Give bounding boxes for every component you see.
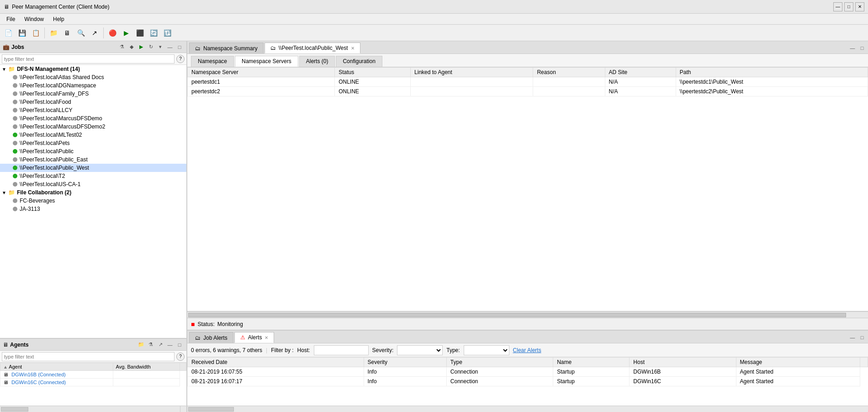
tab-alerts-close[interactable]: ✕ bbox=[265, 335, 268, 340]
tab-job-alerts[interactable]: 🗂 Job Alerts bbox=[189, 332, 233, 343]
jobs-refresh-icon[interactable]: ↻ bbox=[147, 43, 155, 51]
detail-tab-config[interactable]: Configuration bbox=[336, 56, 382, 67]
detail-tab-alerts[interactable]: Alerts (0) bbox=[299, 56, 335, 67]
ns-server-reason bbox=[533, 87, 605, 96]
table-row[interactable]: 🖥 DGWin16C (Connected) bbox=[0, 379, 186, 386]
arrow-button[interactable]: ↗ bbox=[88, 27, 101, 39]
bottom-tab-minimize-icon[interactable]: — bbox=[848, 333, 857, 342]
clear-alerts-button[interactable]: Clear Alerts bbox=[513, 347, 541, 353]
menu-help[interactable]: Help bbox=[48, 15, 69, 23]
ns-servers-table: Namespace Server Status Linked to Agent … bbox=[187, 67, 868, 96]
tree-item-label: JA-3113 bbox=[20, 206, 40, 212]
jobs-minimize-icon[interactable]: — bbox=[166, 43, 174, 51]
agent-button[interactable]: 🖥 bbox=[61, 27, 74, 39]
tree-item-label: \\PeerTest.local\Public_East bbox=[20, 156, 88, 163]
tree-group[interactable]: ▼ 📁 DFS-N Management (14) bbox=[0, 65, 186, 73]
tab-minimize-icon[interactable]: — bbox=[848, 44, 857, 52]
menu-window[interactable]: Window bbox=[20, 15, 48, 23]
agents-arrow-icon[interactable]: ↗ bbox=[156, 341, 164, 349]
list-item[interactable]: \\PeerTest.local\DGNamespace bbox=[0, 81, 186, 90]
agents-filter-help[interactable]: ? bbox=[176, 353, 185, 361]
jobs-filter-help[interactable]: ? bbox=[176, 55, 185, 63]
sync-button[interactable]: 🔃 bbox=[161, 27, 174, 39]
list-item[interactable]: \\PeerTest.local\Public bbox=[0, 147, 186, 155]
ns-server-reason bbox=[533, 77, 605, 87]
alerts-host-input[interactable] bbox=[314, 345, 369, 355]
tab-alerts-icon: ⚠ bbox=[240, 334, 245, 341]
tree-item-label: \\PeerTest.local\LLCY bbox=[20, 107, 72, 113]
agents-filter-icon[interactable]: ⚗ bbox=[147, 341, 155, 349]
list-item[interactable]: \\PeerTest.local\MarcusDFSDemo2 bbox=[0, 123, 186, 131]
jobs-play-icon[interactable]: ▶ bbox=[137, 43, 145, 51]
list-item[interactable]: \\PeerTest.local\T2 bbox=[0, 172, 186, 180]
ns-col-adsite: AD Site bbox=[605, 68, 676, 77]
tree-group[interactable]: ▼ 📁 File Collaboration (2) bbox=[0, 188, 186, 197]
ns-scroll-horizontal[interactable] bbox=[187, 311, 868, 318]
tab-public-west-close[interactable]: ✕ bbox=[351, 46, 355, 51]
tab-alerts[interactable]: ⚠ Alerts ✕ bbox=[234, 332, 275, 343]
detail-tab-namespace[interactable]: Namespace bbox=[191, 56, 234, 67]
status-dot bbox=[13, 166, 17, 170]
alert-type: Connection bbox=[446, 377, 553, 386]
list-item[interactable]: \\PeerTest.local\Pets bbox=[0, 139, 186, 147]
agents-add-icon[interactable]: 📁 bbox=[137, 341, 145, 349]
alert-severity: Info bbox=[364, 377, 446, 386]
tree-item-label: FC-Beverages bbox=[20, 198, 55, 204]
tab-maximize-icon[interactable]: □ bbox=[858, 44, 866, 52]
list-item[interactable]: \\PeerTest.local\MarcusDFSDemo bbox=[0, 114, 186, 123]
jobs-maximize-icon[interactable]: □ bbox=[175, 43, 184, 51]
menu-file[interactable]: File bbox=[2, 15, 20, 23]
jobs-filter-input[interactable] bbox=[2, 54, 175, 64]
list-item[interactable]: \\PeerTest.local\Family_DFS bbox=[0, 90, 186, 98]
list-item[interactable]: \\PeerTest.local\MLTest02 bbox=[0, 131, 186, 139]
list-item[interactable]: \\PeerTest.local\Atlas Shared Docs bbox=[0, 73, 186, 81]
alerts-table-container: Received Date Severity Type Name Host Me… bbox=[187, 357, 868, 406]
agents-minimize-icon[interactable]: — bbox=[166, 341, 174, 349]
list-item[interactable]: \\PeerTest.local\Public_West bbox=[0, 164, 186, 172]
table-row[interactable]: peertestdc2 ONLINE N/A \\peertestdc2\Pub… bbox=[188, 87, 868, 96]
status-dot bbox=[13, 141, 17, 145]
alert-button[interactable]: 🔴 bbox=[106, 27, 119, 39]
jobs-icon: 💼 bbox=[3, 44, 10, 50]
list-item[interactable]: \\PeerTest.local\US-CA-1 bbox=[0, 180, 186, 188]
new-job-button[interactable]: 📄 bbox=[2, 27, 15, 39]
alerts-severity-select[interactable]: Info Warning Error bbox=[397, 345, 443, 355]
table-row[interactable]: 08-21-2019 16:07:55 Info Connection Star… bbox=[188, 367, 868, 377]
tab-public-west[interactable]: 🗂 \\PeerTest.local\Public_West ✕ bbox=[265, 43, 360, 54]
schedule-button[interactable]: 🔄 bbox=[147, 27, 160, 39]
run-button[interactable]: ▶ bbox=[120, 27, 132, 39]
jobs-filter-icon[interactable]: ⚗ bbox=[118, 43, 126, 51]
alerts-scroll-horizontal[interactable] bbox=[187, 406, 868, 412]
table-row[interactable]: 08-21-2019 16:07:17 Info Connection Star… bbox=[188, 377, 868, 386]
jobs-header-controls: ⚗ ◆ ▶ ↻ ▾ — □ bbox=[118, 43, 184, 51]
list-item[interactable]: \\PeerTest.local\Food bbox=[0, 98, 186, 106]
save-button[interactable]: 💾 bbox=[16, 27, 28, 39]
bottom-tab-maximize-icon[interactable]: □ bbox=[858, 333, 866, 342]
stop-button[interactable]: ⬛ bbox=[133, 27, 146, 39]
list-item[interactable]: JA-3113 bbox=[0, 205, 186, 213]
list-item[interactable]: FC-Beverages bbox=[0, 197, 186, 205]
manage-button[interactable]: 📁 bbox=[47, 27, 60, 39]
jobs-add-icon[interactable]: ◆ bbox=[127, 43, 136, 51]
alerts-filter-by-label: Filter by : bbox=[271, 347, 293, 353]
jobs-tree: ▼ 📁 DFS-N Management (14) \\PeerTest.loc… bbox=[0, 65, 186, 338]
table-row[interactable]: peertestdc1 ONLINE N/A \\peertestdc1\Pub… bbox=[188, 77, 868, 87]
list-item[interactable]: \\PeerTest.local\LLCY bbox=[0, 106, 186, 114]
tree-item-label: \\PeerTest.local\Public bbox=[20, 148, 74, 155]
maximize-button[interactable]: □ bbox=[844, 2, 853, 11]
filter-button[interactable]: 🔍 bbox=[74, 27, 87, 39]
list-item[interactable]: \\PeerTest.local\Public_East bbox=[0, 155, 186, 164]
minimize-button[interactable]: — bbox=[833, 2, 842, 11]
ns-server-path: \\peertestdc2\Public_West bbox=[676, 87, 868, 96]
tab-namespace-summary[interactable]: 🗂 Namespace Summary bbox=[189, 43, 264, 54]
detail-tab-ns-servers[interactable]: Namespace Servers bbox=[235, 56, 298, 67]
table-row[interactable]: 🖥 DGWin16B (Connected) bbox=[0, 371, 186, 379]
close-button[interactable]: ✕ bbox=[855, 2, 864, 11]
alerts-type-select[interactable]: Connection Job bbox=[464, 345, 509, 355]
properties-button[interactable]: 📋 bbox=[29, 27, 42, 39]
jobs-dropdown-icon[interactable]: ▾ bbox=[156, 43, 164, 51]
agents-scroll-bar[interactable] bbox=[0, 406, 186, 412]
agents-maximize-icon[interactable]: □ bbox=[175, 341, 184, 349]
status-label: Status: bbox=[197, 321, 214, 327]
agents-filter-input[interactable] bbox=[2, 352, 175, 361]
